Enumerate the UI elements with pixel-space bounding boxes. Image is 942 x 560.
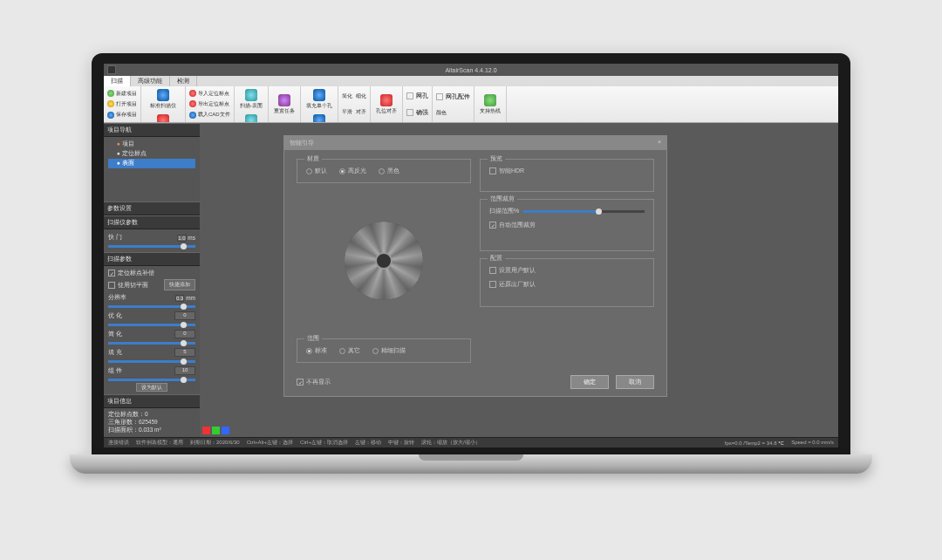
resolution-slider[interactable] bbox=[108, 305, 195, 308]
dialog-left-column: 材质 默认 高反光 黑色 范围 标准 其它 bbox=[297, 159, 471, 363]
export-markers-button[interactable]: 导出定位标点 bbox=[189, 100, 230, 108]
marker-count: 定位标点数：0 bbox=[108, 411, 195, 419]
mesh-checkbox[interactable]: 网孔 bbox=[406, 92, 428, 100]
set-default-button[interactable]: 设为默认 bbox=[136, 383, 167, 392]
resolution-input[interactable]: 0.3 bbox=[175, 295, 184, 302]
quick-add-button[interactable]: 快捷添加 bbox=[164, 279, 195, 290]
preview-section: 预览 智能HDR bbox=[480, 159, 654, 192]
tab-advanced[interactable]: 高级功能 bbox=[131, 76, 170, 86]
local-transform-button[interactable]: 局部计转换 bbox=[304, 113, 334, 123]
scan-pointcloud-button[interactable]: 扫描-点云 bbox=[238, 113, 264, 123]
3d-viewport[interactable]: 智能引导 × 材质 默认 高反光 黑色 bbox=[200, 123, 838, 437]
component-slider[interactable] bbox=[108, 379, 195, 381]
export-icon bbox=[189, 100, 196, 107]
standard-scanner-button[interactable]: 标准扫描仪 bbox=[145, 88, 181, 111]
restore-factory-checkbox[interactable]: 还原出厂默认 bbox=[489, 280, 645, 289]
open-project-button[interactable]: 打开项目 bbox=[107, 100, 137, 108]
ribbon-holes-group: 孔位对齐 bbox=[371, 86, 403, 122]
ok-button[interactable]: 确定 bbox=[570, 375, 609, 389]
range-other-radio[interactable]: 其它 bbox=[339, 346, 360, 355]
ribbon-file-group: 新建项目 打开项目 保存项目 bbox=[104, 86, 141, 122]
material-reflective-radio[interactable]: 高反光 bbox=[339, 167, 366, 175]
simplify-slider[interactable] bbox=[108, 342, 195, 345]
auto-crop-checkbox[interactable]: 自动范围裁剪 bbox=[489, 221, 645, 229]
fill-hole-button[interactable]: 填充单个孔 bbox=[304, 88, 334, 111]
hdr-checkbox[interactable]: 智能HDR bbox=[489, 167, 645, 175]
component-input[interactable]: 10 bbox=[174, 366, 195, 375]
reset-task-button[interactable]: 重置任务 bbox=[272, 93, 297, 116]
shutter-input[interactable]: 1.0 bbox=[177, 235, 186, 242]
sidebar: 项目导航 ● 项目 ● 定位标点 ● 表面 参数设置 扫描仪参数 快 门1.0 … bbox=[104, 123, 200, 437]
tab-scan[interactable]: 扫描 bbox=[104, 76, 131, 86]
mesh-parts-checkbox[interactable]: 网孔配件 bbox=[436, 92, 470, 101]
hole-align-button[interactable]: 孔位对齐 bbox=[374, 93, 399, 116]
save-project-button[interactable]: 保存项目 bbox=[107, 111, 137, 119]
axis-z-icon[interactable] bbox=[222, 427, 229, 434]
simplify-input[interactable]: 0 bbox=[174, 330, 195, 338]
smooth-button[interactable]: 平滑 bbox=[342, 108, 352, 116]
project-info: 定位标点数：0 三角形数：625459 扫描面积：0.033 m² bbox=[104, 408, 200, 437]
cancel-button[interactable]: 取消 bbox=[616, 375, 654, 389]
ribbon-task-group: 重置任务 bbox=[269, 86, 301, 122]
scan-surface-button[interactable]: 扫描-表面 bbox=[238, 88, 264, 111]
screen-bezel: AltairScan 4.4.12.0 扫描 高级功能 检测 新建项目 打开项目… bbox=[92, 53, 850, 454]
scan-area: 扫描面积：0.033 m² bbox=[108, 427, 195, 434]
app-title: AltairScan 4.4.12.0 bbox=[445, 67, 496, 73]
axis-x-icon[interactable] bbox=[202, 427, 210, 434]
tab-inspect[interactable]: 检测 bbox=[170, 76, 197, 86]
save-icon bbox=[107, 112, 114, 119]
params-header: 参数设置 bbox=[104, 201, 200, 215]
scanner-params: 快 门1.0 ms bbox=[104, 229, 200, 252]
material-black-radio[interactable]: 黑色 bbox=[379, 167, 399, 175]
scan-range-slider[interactable] bbox=[523, 210, 645, 213]
title-bar: AltairScan 4.4.12.0 bbox=[104, 64, 838, 76]
fill-input[interactable]: 5 bbox=[174, 348, 195, 357]
ribbon-import-group: 导入定位标点 导出定位标点 载入CAD文件 bbox=[186, 86, 235, 122]
ribbon-edit-group: 填充单个孔 局部计转换 三维编辑 bbox=[301, 86, 338, 122]
fill-slider[interactable] bbox=[108, 360, 195, 363]
dialog-close-button[interactable]: × bbox=[658, 139, 661, 147]
align-button[interactable]: 对齐 bbox=[356, 108, 366, 116]
refine-button[interactable]: 细化 bbox=[356, 92, 366, 100]
material-default-radio[interactable]: 默认 bbox=[306, 167, 327, 175]
cad-icon bbox=[189, 112, 196, 119]
transform-checkbox[interactable]: 定位标点补偿 bbox=[108, 269, 195, 277]
shutter-slider[interactable] bbox=[108, 245, 195, 248]
main-body: 项目导航 ● 项目 ● 定位标点 ● 表面 参数设置 扫描仪参数 快 门1.0 … bbox=[104, 123, 838, 437]
range-standard-radio[interactable]: 标准 bbox=[306, 346, 327, 355]
simplify-button[interactable]: 简化 bbox=[342, 92, 352, 100]
preview-3d bbox=[297, 188, 471, 333]
surface-icon bbox=[245, 89, 257, 101]
scan-markers-button[interactable]: 扫描-定位标点 bbox=[145, 113, 181, 123]
laptop-mockup: AltairScan 4.4.12.0 扫描 高级功能 检测 新建项目 打开项目… bbox=[92, 53, 850, 507]
axis-y-icon[interactable] bbox=[212, 427, 220, 434]
config-section: 配置 设置用户默认 还原出厂默认 bbox=[480, 258, 654, 307]
scanner-icon bbox=[157, 89, 169, 101]
new-icon bbox=[107, 90, 114, 97]
color-button[interactable]: 颜色 bbox=[436, 109, 470, 117]
laptop-base bbox=[70, 454, 872, 474]
enhance-checkbox[interactable]: 确强 bbox=[406, 108, 428, 117]
crop-section: 范围裁剪 扫描范围% 自动范围裁剪 bbox=[480, 199, 654, 251]
fill-icon bbox=[313, 89, 325, 101]
optimize-slider[interactable] bbox=[108, 324, 195, 326]
status-sw-type: 软件例装模型：通用 bbox=[136, 439, 183, 447]
tree-markers[interactable]: ● 定位标点 bbox=[108, 149, 195, 159]
tree-project[interactable]: ● 项目 bbox=[108, 140, 195, 149]
load-cad-button[interactable]: 载入CAD文件 bbox=[189, 111, 230, 119]
use-plane-checkbox[interactable]: 使用切平面 bbox=[108, 281, 148, 290]
dont-show-checkbox[interactable]: 不再显示 bbox=[297, 378, 331, 386]
ribbon-view-group: 网孔 确强 bbox=[403, 86, 433, 122]
range-section: 范围 标准 其它 精细扫描 bbox=[297, 338, 471, 363]
range-fine-radio[interactable]: 精细扫描 bbox=[372, 346, 406, 355]
support-button[interactable]: 支持热线 bbox=[478, 93, 502, 116]
optimize-input[interactable]: 0 bbox=[174, 311, 195, 320]
set-user-default-checkbox[interactable]: 设置用户默认 bbox=[489, 266, 645, 275]
pointcloud-icon bbox=[245, 114, 257, 123]
status-hint5: 滚轮：缩放（放大/缩小） bbox=[421, 439, 481, 447]
menu-tabs: 扫描 高级功能 检测 bbox=[104, 76, 838, 86]
import-markers-button[interactable]: 导入定位标点 bbox=[189, 90, 230, 98]
tree-surface[interactable]: ● 表面 bbox=[108, 159, 195, 168]
new-project-button[interactable]: 新建项目 bbox=[107, 90, 137, 98]
status-bar: 连接错误 软件例装模型：通用 到期日期：2020/6/30 Ctrl+Alt+左… bbox=[104, 437, 838, 447]
